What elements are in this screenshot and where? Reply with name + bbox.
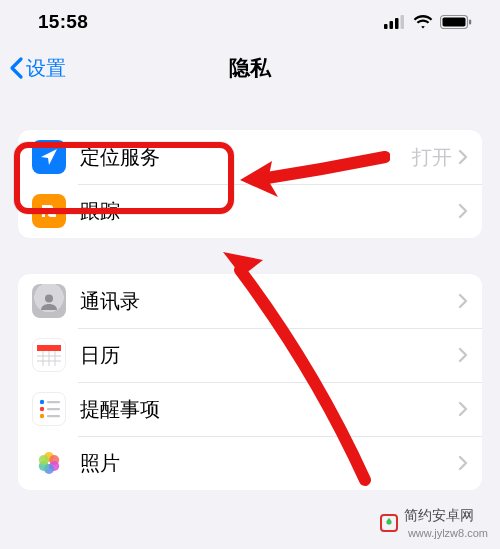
chevron-right-icon [458,401,468,417]
status-bar: 15:58 [0,0,500,44]
row-reminders[interactable]: 提醒事项 [18,382,482,436]
svg-point-27 [386,519,391,524]
back-chevron-icon [8,56,24,80]
row-photos[interactable]: 照片 [18,436,482,490]
svg-point-16 [40,407,44,411]
cellular-icon [384,15,406,29]
svg-rect-0 [384,24,388,29]
row-label: 通讯录 [80,288,458,315]
chevron-right-icon [458,203,468,219]
back-button[interactable]: 设置 [8,55,66,82]
page-title: 隐私 [0,54,500,82]
svg-point-26 [39,455,49,465]
back-label: 设置 [26,55,66,82]
status-time: 15:58 [38,11,88,33]
svg-rect-18 [47,401,60,403]
reminders-icon [32,392,66,426]
row-tracking[interactable]: 跟踪 [18,184,482,238]
watermark-icon [380,514,398,532]
photos-icon [32,446,66,480]
svg-point-17 [40,414,44,418]
svg-rect-3 [401,15,405,29]
tracking-icon [32,194,66,228]
svg-rect-20 [47,415,60,417]
settings-group-1: 定位服务 打开 跟踪 [18,130,482,238]
row-label: 跟踪 [80,198,458,225]
watermark-text: 简约安卓网 [404,507,488,525]
chevron-right-icon [458,347,468,363]
row-label: 照片 [80,450,458,477]
location-icon [32,140,66,174]
row-label: 定位服务 [80,144,412,171]
battery-icon [440,15,472,29]
chevron-right-icon [458,455,468,471]
row-detail: 打开 [412,144,452,171]
svg-rect-19 [47,408,60,410]
watermark: 简约安卓网 www.jylzw8.com [380,507,488,539]
calendar-icon [32,338,66,372]
status-right [384,15,472,29]
row-location-services[interactable]: 定位服务 打开 [18,130,482,184]
watermark-url: www.jylzw8.com [408,527,488,539]
row-label: 提醒事项 [80,396,458,423]
wifi-icon [413,15,433,29]
row-label: 日历 [80,342,458,369]
contacts-icon [32,284,66,318]
chevron-right-icon [458,293,468,309]
settings-group-2: 通讯录 日历 提醒事项 照片 [18,274,482,490]
svg-rect-6 [469,20,471,25]
svg-rect-28 [388,519,390,521]
svg-rect-5 [443,18,466,27]
row-calendar[interactable]: 日历 [18,328,482,382]
svg-rect-2 [395,18,399,29]
svg-point-15 [40,400,44,404]
navigation-header: 设置 隐私 [0,44,500,92]
svg-point-7 [45,295,53,303]
svg-rect-1 [390,21,394,29]
row-contacts[interactable]: 通讯录 [18,274,482,328]
svg-rect-8 [37,345,61,351]
chevron-right-icon [458,149,468,165]
